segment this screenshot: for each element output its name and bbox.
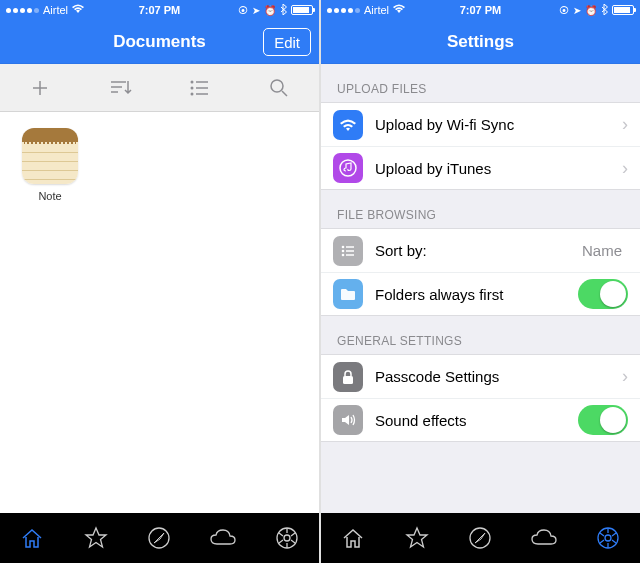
row-passcode[interactable]: Passcode Settings › bbox=[321, 354, 640, 398]
signal-strength-icon bbox=[327, 8, 360, 13]
bluetooth-icon bbox=[601, 4, 608, 17]
list-icon bbox=[333, 236, 363, 266]
tab-bar bbox=[0, 513, 319, 563]
file-item[interactable]: Note bbox=[16, 128, 84, 202]
status-time: 7:07 PM bbox=[139, 4, 181, 16]
page-title: Documents bbox=[113, 32, 206, 52]
status-bar: Airtel 7:07 PM ⦿ ➤ ⏰ bbox=[321, 0, 640, 20]
signal-strength-icon bbox=[6, 8, 39, 13]
section-header: GENERAL SETTINGS bbox=[321, 316, 640, 354]
sort-button[interactable] bbox=[80, 64, 160, 111]
row-label: Upload by iTunes bbox=[375, 160, 622, 177]
itunes-icon bbox=[333, 153, 363, 183]
wifi-icon bbox=[72, 4, 84, 16]
location-icon: ⦿ bbox=[238, 5, 248, 16]
status-bar: Airtel 7:07 PM ⦿ ➤ ⏰ bbox=[0, 0, 319, 20]
file-name: Note bbox=[16, 190, 84, 202]
svg-point-6 bbox=[284, 535, 290, 541]
svg-point-7 bbox=[340, 160, 356, 176]
row-label: Sort by: bbox=[375, 242, 582, 259]
tab-browser[interactable] bbox=[128, 513, 192, 563]
lock-icon bbox=[333, 362, 363, 392]
status-time: 7:07 PM bbox=[460, 4, 502, 16]
nav-header: Documents Edit bbox=[0, 20, 319, 64]
svg-point-3 bbox=[271, 80, 283, 92]
tab-home[interactable] bbox=[321, 513, 385, 563]
status-right: ⦿ ➤ ⏰ bbox=[238, 4, 313, 17]
svg-point-10 bbox=[342, 253, 345, 256]
nav-header: Settings bbox=[321, 20, 640, 64]
list-view-button[interactable] bbox=[160, 64, 240, 111]
nav-icon: ➤ bbox=[573, 5, 581, 16]
battery-icon bbox=[291, 5, 313, 15]
chevron-right-icon: › bbox=[622, 158, 628, 179]
documents-screen: Airtel 7:07 PM ⦿ ➤ ⏰ Documents Edit bbox=[0, 0, 319, 563]
tab-browser[interactable] bbox=[449, 513, 513, 563]
chevron-right-icon: › bbox=[622, 366, 628, 387]
status-left: Airtel bbox=[6, 4, 84, 16]
tab-cloud[interactable] bbox=[512, 513, 576, 563]
alarm-icon: ⏰ bbox=[585, 5, 597, 16]
row-wifi-sync[interactable]: Upload by Wi-fi Sync › bbox=[321, 102, 640, 146]
tab-favorites[interactable] bbox=[64, 513, 128, 563]
tab-settings[interactable] bbox=[255, 513, 319, 563]
svg-point-14 bbox=[605, 535, 611, 541]
add-button[interactable] bbox=[0, 64, 80, 111]
nav-icon: ➤ bbox=[252, 5, 260, 16]
wifi-icon bbox=[393, 4, 405, 16]
tab-favorites[interactable] bbox=[385, 513, 449, 563]
status-left: Airtel bbox=[327, 4, 405, 16]
carrier-label: Airtel bbox=[43, 4, 68, 16]
svg-point-1 bbox=[191, 86, 194, 89]
settings-list[interactable]: UPLOAD FILES Upload by Wi-fi Sync › Uplo… bbox=[321, 64, 640, 513]
location-icon: ⦿ bbox=[559, 5, 569, 16]
row-value: Name bbox=[582, 242, 622, 259]
svg-point-0 bbox=[191, 80, 194, 83]
status-right: ⦿ ➤ ⏰ bbox=[559, 4, 634, 17]
chevron-right-icon: › bbox=[622, 114, 628, 135]
page-title: Settings bbox=[447, 32, 514, 52]
tab-cloud[interactable] bbox=[191, 513, 255, 563]
alarm-icon: ⏰ bbox=[264, 5, 276, 16]
battery-icon bbox=[612, 5, 634, 15]
svg-point-9 bbox=[342, 249, 345, 252]
bluetooth-icon bbox=[280, 4, 287, 17]
settings-screen: Airtel 7:07 PM ⦿ ➤ ⏰ Settings UPLOAD FIL… bbox=[321, 0, 640, 563]
edit-button[interactable]: Edit bbox=[263, 28, 311, 56]
row-label: Folders always first bbox=[375, 286, 578, 303]
svg-point-2 bbox=[191, 92, 194, 95]
row-label: Upload by Wi-fi Sync bbox=[375, 116, 622, 133]
sound-icon bbox=[333, 405, 363, 435]
tab-home[interactable] bbox=[0, 513, 64, 563]
row-label: Sound effects bbox=[375, 412, 578, 429]
row-sound-effects[interactable]: Sound effects bbox=[321, 398, 640, 442]
svg-rect-11 bbox=[343, 376, 353, 384]
tab-settings[interactable] bbox=[576, 513, 640, 563]
svg-point-8 bbox=[342, 245, 345, 248]
section-header: FILE BROWSING bbox=[321, 190, 640, 228]
toolbar bbox=[0, 64, 319, 112]
wifi-sync-icon bbox=[333, 110, 363, 140]
folder-icon bbox=[333, 279, 363, 309]
row-sort-by[interactable]: Sort by: Name bbox=[321, 228, 640, 272]
row-itunes[interactable]: Upload by iTunes › bbox=[321, 146, 640, 190]
section-header: UPLOAD FILES bbox=[321, 64, 640, 102]
note-icon bbox=[22, 128, 78, 184]
toggle-switch[interactable] bbox=[578, 279, 628, 309]
toggle-switch[interactable] bbox=[578, 405, 628, 435]
search-button[interactable] bbox=[239, 64, 319, 111]
tab-bar bbox=[321, 513, 640, 563]
file-grid: Note bbox=[0, 112, 319, 513]
row-folders-first[interactable]: Folders always first bbox=[321, 272, 640, 316]
row-label: Passcode Settings bbox=[375, 368, 622, 385]
carrier-label: Airtel bbox=[364, 4, 389, 16]
